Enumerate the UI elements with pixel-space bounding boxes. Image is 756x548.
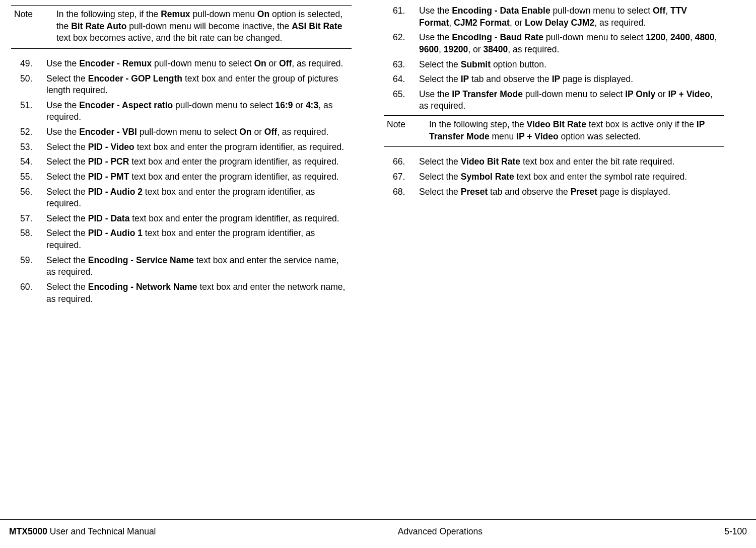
step-text: Select the [46, 172, 88, 182]
step-text: Select the [46, 213, 88, 223]
step-number: 52. [11, 126, 46, 138]
note-text: pull-down menu [190, 9, 257, 19]
step-bold: Low Delay CJM2 [525, 18, 594, 28]
step-body: Select the Encoding - Network Name text … [46, 281, 352, 305]
list-item: 63.Select the Submit option button. [384, 59, 724, 71]
step-bold: IP Only [625, 89, 655, 99]
step-text: , [715, 32, 717, 42]
step-text: Use the [419, 32, 452, 42]
list-item: 58.Select the PID - Audio 1 text box and… [11, 227, 352, 251]
list-item: 51.Use the Encoder - Aspect ratio pull-d… [11, 100, 352, 123]
step-text: , [665, 32, 670, 42]
step-body: Select the PID - Audio 2 text box and en… [46, 186, 352, 210]
step-text: page is displayed. [597, 187, 670, 197]
step-bold: Encoding - Data Enable [452, 6, 550, 16]
list-item: 59.Select the Encoding - Service Name te… [11, 255, 352, 278]
step-bold: Encoder - Aspect ratio [79, 100, 173, 110]
step-text: Select the [46, 142, 88, 152]
footer-page-number: 5-100 [724, 526, 747, 538]
step-text: Use the [419, 6, 452, 16]
step-number: 68. [384, 186, 419, 198]
note-block-video-bit-rate: Note In the following step, the Video Bi… [384, 115, 724, 147]
step-body: Use the Encoding - Baud Rate pull-down m… [419, 32, 724, 55]
step-number: 64. [384, 73, 419, 86]
step-number: 55. [11, 171, 46, 183]
step-text: Use the [46, 127, 79, 137]
step-text: Select the [46, 255, 88, 265]
step-text: or [293, 100, 306, 110]
step-text: Use the [419, 89, 452, 99]
step-bold: IP [552, 74, 561, 84]
step-number: 50. [11, 73, 46, 97]
step-number: 63. [384, 59, 419, 71]
step-text: pull-down menu to select [152, 58, 254, 68]
step-text: pull-down menu to select [523, 89, 625, 99]
footer-product: MTX5000 [9, 526, 47, 536]
step-bold: Submit [461, 59, 491, 69]
step-bold: 4:3 [306, 100, 318, 110]
step-text: or [655, 89, 668, 99]
step-bold: CJM2 Format [454, 18, 510, 28]
step-body: Select the Symbol Rate text box and ente… [419, 171, 724, 183]
step-bold: Preset [461, 187, 488, 197]
step-text: pull-down menu to select [551, 6, 653, 16]
step-body: Select the Video Bit Rate text box and e… [419, 156, 724, 168]
right-column: 61.Use the Encoding - Data Enable pull-d… [378, 5, 730, 308]
step-text: text box and enter the symbol rate requi… [514, 172, 687, 182]
step-text: , or [468, 44, 483, 54]
step-number: 65. [384, 89, 419, 112]
step-number: 49. [11, 58, 46, 70]
note-bold: ASI Bit Rate [292, 21, 342, 31]
step-text: , [439, 44, 444, 54]
step-text: or [252, 127, 264, 137]
note-text: pull-down menu will become inactive, the [126, 21, 292, 31]
step-bold: PID - Video [88, 142, 134, 152]
footer-center: Advanced Operations [398, 526, 483, 538]
step-text: Select the [419, 187, 461, 197]
page-footer: MTX5000 User and Technical Manual Advanc… [0, 519, 756, 538]
step-text: Use the [46, 58, 79, 68]
step-number: 54. [11, 156, 46, 168]
step-text: text box and enter the program identifie… [134, 142, 344, 152]
right-steps-list-b: 66.Select the Video Bit Rate text box an… [378, 156, 730, 198]
step-text: option button. [491, 59, 546, 69]
step-bold: PID - PMT [88, 172, 129, 182]
list-item: 64.Select the IP tab and observe the IP … [384, 73, 724, 86]
step-text: , [449, 18, 454, 28]
step-text: , as required. [277, 127, 328, 137]
step-body: Use the Encoder - Remux pull-down menu t… [46, 58, 352, 70]
list-item: 53.Select the PID - Video text box and e… [11, 141, 352, 153]
list-item: 56.Select the PID - Audio 2 text box and… [11, 186, 352, 210]
step-bold: PID - PCR [88, 156, 129, 167]
step-text: Select the [419, 172, 461, 182]
step-text: , as required. [508, 44, 559, 54]
step-text: pull-down menu to select [543, 32, 646, 42]
step-bold: PID - Audio 2 [88, 187, 143, 197]
step-number: 61. [384, 5, 419, 29]
footer-title: User and Technical Manual [47, 526, 156, 536]
list-item: 54.Select the PID - PCR text box and ent… [11, 156, 352, 168]
step-text: tab and observe the [488, 187, 570, 197]
step-bold: Off [279, 58, 292, 68]
step-bold: IP [461, 74, 469, 84]
step-bold: PID - Data [88, 213, 130, 223]
step-bold: IP Transfer Mode [452, 89, 523, 99]
step-number: 53. [11, 141, 46, 153]
step-number: 58. [11, 227, 46, 251]
list-item: 49.Use the Encoder - Remux pull-down men… [11, 58, 352, 70]
footer-left: MTX5000 User and Technical Manual [9, 526, 156, 538]
list-item: 66.Select the Video Bit Rate text box an… [384, 156, 724, 168]
step-text: , [665, 6, 670, 16]
list-item: 61.Use the Encoding - Data Enable pull-d… [384, 5, 724, 29]
note-bold: Bit Rate Auto [71, 21, 126, 31]
step-number: 59. [11, 255, 46, 278]
page-columns: Note In the following step, if the Remux… [0, 5, 756, 308]
step-text: , as required. [594, 18, 646, 28]
step-text: Select the [419, 74, 461, 84]
step-body: Select the PID - PMT text box and enter … [46, 171, 352, 183]
note-text: text box is active only if the [586, 119, 697, 129]
note-bold: Remux [161, 9, 190, 19]
step-number: 51. [11, 100, 46, 123]
note-text: option was selected. [559, 131, 641, 141]
list-item: 52.Use the Encoder - VBI pull-down menu … [11, 126, 352, 138]
